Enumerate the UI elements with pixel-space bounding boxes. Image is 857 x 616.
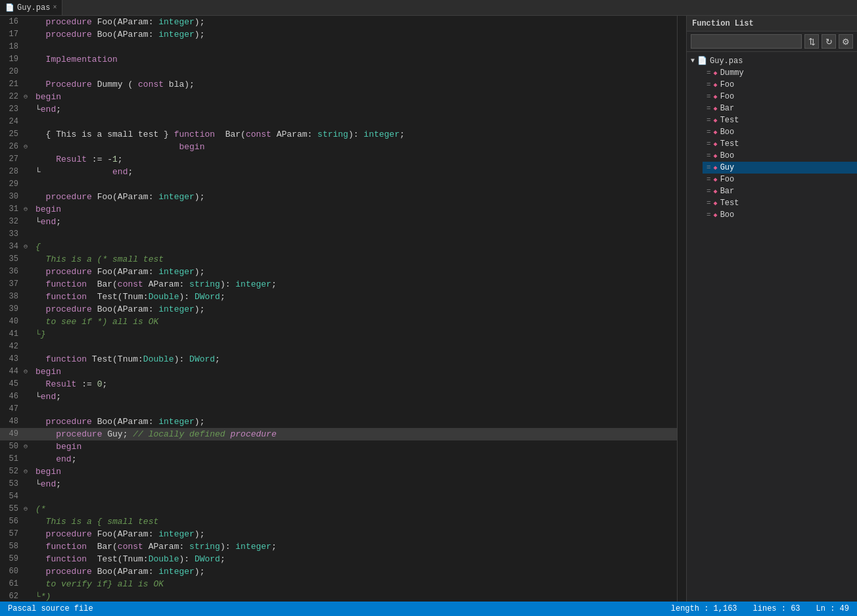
- code-text: └end;: [33, 478, 61, 490]
- fold-button: [24, 590, 33, 602]
- lines-label: lines : 63: [753, 604, 800, 613]
- fold-button[interactable]: ⊖: [24, 241, 33, 253]
- code-line: 43 function Test(Tnum:Double): DWord;: [0, 353, 677, 366]
- fold-button: [24, 303, 33, 316]
- line-number: 60: [0, 565, 24, 578]
- code-line: 32└end;: [0, 216, 677, 228]
- fold-button[interactable]: ⊖: [24, 203, 33, 216]
- line-number: 18: [0, 41, 24, 53]
- code-text: procedure Boo(AParam: integer);: [33, 303, 204, 316]
- function-list-item[interactable]: =◆Boo: [703, 150, 857, 162]
- code-line: 38 function Test(Tnum:Double): DWord;: [0, 291, 677, 303]
- tab-guy-pas[interactable]: 📄 Guy.pas ×: [0, 0, 62, 15]
- fold-button: [24, 478, 33, 490]
- line-number: 51: [0, 453, 24, 465]
- code-text: begin: [33, 91, 61, 103]
- method-icon: ◆: [714, 199, 718, 207]
- code-text: function Test(Tnum:Double): DWord;: [33, 353, 220, 366]
- function-list-item[interactable]: =◆Dummy: [703, 67, 857, 79]
- line-number: 54: [0, 490, 24, 503]
- tab-file-icon: 📄: [5, 3, 14, 12]
- code-text: procedure Foo(AParam: integer);: [33, 266, 204, 278]
- function-list-item[interactable]: =◆Boo: [703, 209, 857, 221]
- function-list-item[interactable]: =◆Test: [703, 138, 857, 150]
- code-line: 49 procedure Guy; // locally defined pro…: [0, 428, 677, 440]
- fold-button: [24, 341, 33, 353]
- function-list-tree-root[interactable]: ▼ 📄 Guy.pas: [687, 55, 857, 67]
- method-prefix: =: [706, 164, 711, 172]
- code-line: 45 Result := 0;: [0, 378, 677, 391]
- function-list-item[interactable]: =◆Bar: [703, 103, 857, 114]
- function-list-item[interactable]: =◆Foo: [703, 91, 857, 103]
- fold-button: [24, 66, 33, 78]
- refresh-button[interactable]: ↻: [822, 34, 836, 49]
- function-list-item[interactable]: =◆Foo: [703, 174, 857, 185]
- line-number: 36: [0, 266, 24, 278]
- tab-close-button[interactable]: ×: [53, 4, 57, 11]
- code-text: function Test(Tnum:Double): DWord;: [33, 291, 225, 303]
- function-list-item-label: Bar: [720, 187, 735, 196]
- status-right: length : 1,163 lines : 63 Ln : 49: [671, 604, 849, 613]
- fold-button: [24, 178, 33, 191]
- fold-button[interactable]: ⊖: [24, 465, 33, 478]
- line-number: 24: [0, 116, 24, 128]
- function-list-item-label: Foo: [720, 80, 735, 89]
- fold-button[interactable]: ⊖: [24, 503, 33, 515]
- code-line: 59 function Test(Tnum:Double): DWord;: [0, 553, 677, 565]
- method-prefix: =: [706, 128, 711, 136]
- fold-button: [24, 116, 33, 128]
- code-text: └}: [33, 328, 46, 341]
- code-line: 60 procedure Boo(AParam: integer);: [0, 565, 677, 578]
- fold-button: [24, 266, 33, 278]
- code-text: └end;: [33, 391, 61, 403]
- method-prefix: =: [706, 152, 711, 160]
- line-number: 61: [0, 578, 24, 590]
- code-line: 47: [0, 403, 677, 415]
- line-number: 19: [0, 53, 24, 66]
- code-line: 44⊖begin: [0, 366, 677, 378]
- code-line: 28└ end;: [0, 166, 677, 178]
- code-line: 33: [0, 228, 677, 241]
- fold-button[interactable]: ⊖: [24, 141, 33, 153]
- method-prefix: =: [706, 81, 711, 89]
- method-prefix: =: [706, 93, 711, 101]
- file-icon: 📄: [697, 56, 707, 66]
- code-text: This is a { small test: [33, 515, 158, 528]
- code-text: procedure Boo(AParam: integer);: [33, 415, 204, 428]
- code-line: 29: [0, 178, 677, 191]
- line-number: 39: [0, 303, 24, 316]
- code-text: [33, 341, 35, 353]
- code-text: procedure Guy; // locally defined proced…: [33, 428, 277, 440]
- code-text: to verify if} all is OK: [33, 578, 164, 590]
- sort-button[interactable]: ⇅: [804, 34, 819, 49]
- length-label: length : 1,163: [671, 604, 737, 613]
- fold-button: [24, 228, 33, 241]
- function-list-panel: Function List ⇅ ↻ ⚙ ▼ 📄 Guy.pas =◆Dummy=…: [686, 16, 857, 602]
- code-text: [33, 41, 35, 53]
- fold-button[interactable]: ⊖: [24, 440, 33, 453]
- function-list-item[interactable]: =◆Bar: [703, 185, 857, 197]
- fold-button[interactable]: ⊖: [24, 366, 33, 378]
- function-list-content[interactable]: ▼ 📄 Guy.pas =◆Dummy=◆Foo=◆Foo=◆Bar=◆Test…: [687, 52, 857, 602]
- function-list-item[interactable]: =◆Test: [703, 114, 857, 126]
- line-number: 21: [0, 78, 24, 91]
- function-list-item[interactable]: =◆Test: [703, 197, 857, 209]
- method-icon: ◆: [714, 176, 718, 183]
- code-text: └end;: [33, 103, 61, 116]
- fold-button: [24, 428, 33, 440]
- code-text: Implementation: [33, 53, 118, 66]
- function-list-item[interactable]: =◆Guy: [703, 162, 857, 174]
- method-icon: ◆: [714, 140, 718, 148]
- line-number: 22: [0, 91, 24, 103]
- fold-button[interactable]: ⊖: [24, 91, 33, 103]
- code-line: 24: [0, 116, 677, 128]
- function-list-search-input[interactable]: [691, 34, 802, 49]
- function-list-item[interactable]: =◆Boo: [703, 126, 857, 138]
- line-number: 30: [0, 191, 24, 203]
- function-list-item[interactable]: =◆Foo: [703, 79, 857, 91]
- code-editor[interactable]: 16 procedure Foo(AParam: integer);17 pro…: [0, 16, 677, 602]
- function-list-item-label: Bar: [720, 104, 735, 113]
- settings-button[interactable]: ⚙: [839, 34, 853, 49]
- code-text: procedure Foo(AParam: integer);: [33, 528, 204, 540]
- code-text: procedure Boo(AParam: integer);: [33, 565, 204, 578]
